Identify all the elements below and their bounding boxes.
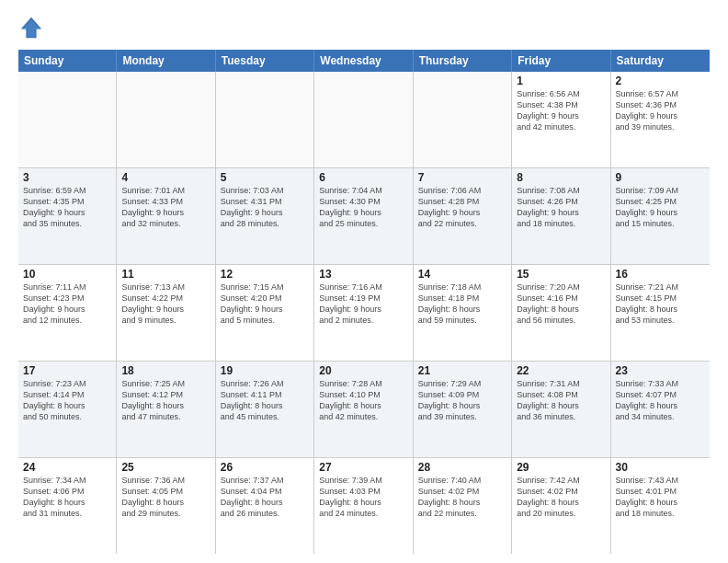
logo [18, 15, 48, 40]
day-cell: 7Sunrise: 7:06 AM Sunset: 4:28 PM Daylig… [414, 168, 512, 264]
weekday-header: Sunday [18, 50, 117, 72]
day-number: 30 [616, 461, 705, 474]
day-cell: 26Sunrise: 7:37 AM Sunset: 4:04 PM Dayli… [216, 458, 314, 554]
day-info: Sunrise: 6:59 AM Sunset: 4:35 PM Dayligh… [23, 185, 111, 230]
day-info: Sunrise: 7:20 AM Sunset: 4:16 PM Dayligh… [517, 282, 605, 327]
day-cell: 12Sunrise: 7:15 AM Sunset: 4:20 PM Dayli… [216, 265, 314, 361]
day-number: 29 [517, 461, 605, 474]
day-number: 14 [418, 268, 506, 281]
day-number: 19 [221, 364, 309, 377]
weekday-header: Thursday [414, 50, 512, 72]
day-number: 27 [319, 461, 407, 474]
day-info: Sunrise: 7:40 AM Sunset: 4:02 PM Dayligh… [418, 475, 506, 520]
day-number: 12 [221, 268, 309, 281]
day-info: Sunrise: 7:28 AM Sunset: 4:10 PM Dayligh… [319, 378, 407, 423]
day-number: 26 [221, 461, 309, 474]
empty-cell [314, 72, 413, 167]
day-number: 6 [319, 171, 407, 184]
day-cell: 21Sunrise: 7:29 AM Sunset: 4:09 PM Dayli… [414, 362, 512, 457]
day-info: Sunrise: 7:39 AM Sunset: 4:03 PM Dayligh… [319, 475, 407, 520]
day-cell: 17Sunrise: 7:23 AM Sunset: 4:14 PM Dayli… [18, 362, 117, 457]
day-cell: 8Sunrise: 7:08 AM Sunset: 4:26 PM Daylig… [512, 168, 610, 264]
day-info: Sunrise: 7:15 AM Sunset: 4:20 PM Dayligh… [221, 282, 309, 327]
day-info: Sunrise: 7:26 AM Sunset: 4:11 PM Dayligh… [221, 378, 309, 423]
day-number: 5 [221, 171, 309, 184]
day-number: 23 [616, 364, 705, 377]
day-number: 2 [616, 75, 705, 87]
day-cell: 4Sunrise: 7:01 AM Sunset: 4:33 PM Daylig… [117, 168, 215, 264]
day-info: Sunrise: 7:31 AM Sunset: 4:08 PM Dayligh… [517, 378, 605, 423]
weekday-header: Wednesday [314, 50, 413, 72]
logo-icon [18, 15, 44, 40]
day-cell: 20Sunrise: 7:28 AM Sunset: 4:10 PM Dayli… [314, 362, 413, 457]
empty-cell [18, 72, 117, 167]
day-cell: 15Sunrise: 7:20 AM Sunset: 4:16 PM Dayli… [512, 265, 610, 361]
day-number: 21 [418, 364, 506, 377]
day-info: Sunrise: 7:25 AM Sunset: 4:12 PM Dayligh… [121, 378, 210, 423]
weekday-header: Tuesday [216, 50, 314, 72]
empty-cell [216, 72, 314, 167]
day-info: Sunrise: 7:23 AM Sunset: 4:14 PM Dayligh… [23, 378, 111, 423]
header [18, 15, 710, 40]
day-cell: 27Sunrise: 7:39 AM Sunset: 4:03 PM Dayli… [314, 458, 413, 554]
empty-cell [414, 72, 512, 167]
day-info: Sunrise: 7:21 AM Sunset: 4:15 PM Dayligh… [616, 282, 705, 327]
calendar-body: 1Sunrise: 6:56 AM Sunset: 4:38 PM Daylig… [18, 72, 710, 554]
day-info: Sunrise: 7:37 AM Sunset: 4:04 PM Dayligh… [221, 475, 309, 520]
weekday-header: Monday [117, 50, 215, 72]
weekday-header: Friday [512, 50, 610, 72]
day-cell: 14Sunrise: 7:18 AM Sunset: 4:18 PM Dayli… [414, 265, 512, 361]
day-cell: 28Sunrise: 7:40 AM Sunset: 4:02 PM Dayli… [414, 458, 512, 554]
day-number: 24 [23, 461, 111, 474]
day-number: 17 [23, 364, 111, 377]
calendar-row: 10Sunrise: 7:11 AM Sunset: 4:23 PM Dayli… [18, 265, 710, 362]
day-info: Sunrise: 7:29 AM Sunset: 4:09 PM Dayligh… [418, 378, 506, 423]
day-info: Sunrise: 7:08 AM Sunset: 4:26 PM Dayligh… [517, 185, 605, 230]
day-info: Sunrise: 7:18 AM Sunset: 4:18 PM Dayligh… [418, 282, 506, 327]
day-cell: 1Sunrise: 6:56 AM Sunset: 4:38 PM Daylig… [512, 72, 610, 167]
day-cell: 6Sunrise: 7:04 AM Sunset: 4:30 PM Daylig… [314, 168, 413, 264]
day-info: Sunrise: 7:33 AM Sunset: 4:07 PM Dayligh… [616, 378, 705, 423]
day-cell: 9Sunrise: 7:09 AM Sunset: 4:25 PM Daylig… [611, 168, 710, 264]
page: SundayMondayTuesdayWednesdayThursdayFrid… [0, 0, 728, 563]
svg-marker-1 [22, 20, 40, 37]
day-info: Sunrise: 6:56 AM Sunset: 4:38 PM Dayligh… [517, 88, 605, 133]
day-cell: 30Sunrise: 7:43 AM Sunset: 4:01 PM Dayli… [611, 458, 710, 554]
day-cell: 11Sunrise: 7:13 AM Sunset: 4:22 PM Dayli… [117, 265, 215, 361]
calendar-header: SundayMondayTuesdayWednesdayThursdayFrid… [18, 50, 710, 72]
day-info: Sunrise: 7:04 AM Sunset: 4:30 PM Dayligh… [319, 185, 407, 230]
day-info: Sunrise: 7:06 AM Sunset: 4:28 PM Dayligh… [418, 185, 506, 230]
calendar-row: 17Sunrise: 7:23 AM Sunset: 4:14 PM Dayli… [18, 362, 710, 458]
day-info: Sunrise: 6:57 AM Sunset: 4:36 PM Dayligh… [616, 88, 705, 133]
day-info: Sunrise: 7:16 AM Sunset: 4:19 PM Dayligh… [319, 282, 407, 327]
day-cell: 2Sunrise: 6:57 AM Sunset: 4:36 PM Daylig… [611, 72, 710, 167]
day-number: 15 [517, 268, 605, 281]
calendar-row: 3Sunrise: 6:59 AM Sunset: 4:35 PM Daylig… [18, 168, 710, 265]
day-cell: 5Sunrise: 7:03 AM Sunset: 4:31 PM Daylig… [216, 168, 314, 264]
day-number: 28 [418, 461, 506, 474]
day-cell: 29Sunrise: 7:42 AM Sunset: 4:02 PM Dayli… [512, 458, 610, 554]
day-info: Sunrise: 7:01 AM Sunset: 4:33 PM Dayligh… [121, 185, 210, 230]
day-cell: 18Sunrise: 7:25 AM Sunset: 4:12 PM Dayli… [117, 362, 215, 457]
day-number: 7 [418, 171, 506, 184]
day-number: 25 [121, 461, 210, 474]
day-number: 10 [23, 268, 111, 281]
day-cell: 23Sunrise: 7:33 AM Sunset: 4:07 PM Dayli… [611, 362, 710, 457]
day-number: 16 [616, 268, 705, 281]
day-cell: 22Sunrise: 7:31 AM Sunset: 4:08 PM Dayli… [512, 362, 610, 457]
day-number: 13 [319, 268, 407, 281]
empty-cell [117, 72, 215, 167]
day-number: 11 [121, 268, 210, 281]
day-info: Sunrise: 7:42 AM Sunset: 4:02 PM Dayligh… [517, 475, 605, 520]
day-cell: 3Sunrise: 6:59 AM Sunset: 4:35 PM Daylig… [18, 168, 117, 264]
day-cell: 25Sunrise: 7:36 AM Sunset: 4:05 PM Dayli… [117, 458, 215, 554]
day-number: 18 [121, 364, 210, 377]
day-info: Sunrise: 7:03 AM Sunset: 4:31 PM Dayligh… [221, 185, 309, 230]
day-info: Sunrise: 7:36 AM Sunset: 4:05 PM Dayligh… [121, 475, 210, 520]
day-number: 1 [517, 75, 605, 87]
day-cell: 13Sunrise: 7:16 AM Sunset: 4:19 PM Dayli… [314, 265, 413, 361]
day-number: 20 [319, 364, 407, 377]
day-info: Sunrise: 7:11 AM Sunset: 4:23 PM Dayligh… [23, 282, 111, 327]
day-number: 22 [517, 364, 605, 377]
calendar: SundayMondayTuesdayWednesdayThursdayFrid… [18, 50, 710, 554]
